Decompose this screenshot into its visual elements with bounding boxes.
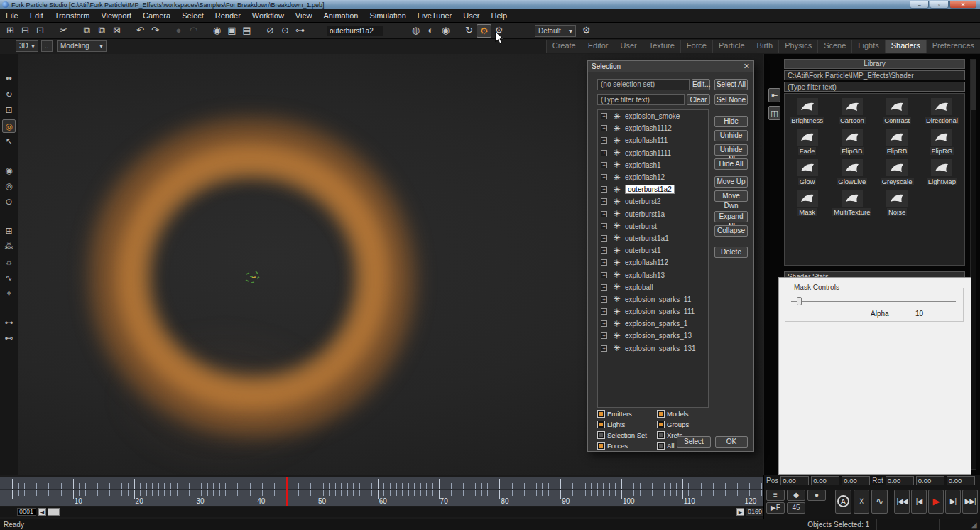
minimize-icon[interactable]: – <box>910 1 929 9</box>
menu-item[interactable]: Select <box>176 10 209 21</box>
selection-dialog-titlebar[interactable]: Selection ✕ <box>588 61 753 72</box>
select-transform-icon[interactable]: ⊡ <box>2 104 16 117</box>
checkbox-icon[interactable] <box>657 442 665 450</box>
emitter-settings-icon[interactable]: ☼ <box>2 256 16 269</box>
list-item[interactable]: + ✳ outerburst1a2 <box>598 183 708 195</box>
ok-button[interactable]: OK <box>715 436 748 448</box>
sel-none-button[interactable]: Sel None <box>714 94 748 105</box>
menu-item[interactable]: Workflow <box>246 10 290 21</box>
tab[interactable]: User <box>614 40 642 53</box>
checkbox-icon[interactable] <box>657 410 665 418</box>
list-item[interactable]: + ✳ explosion_sparks_1 <box>598 318 708 330</box>
shader-item[interactable]: Noise <box>875 190 920 216</box>
list-item[interactable]: + ✳ outerburst1a1 <box>598 232 708 244</box>
shader-item[interactable]: Fade <box>785 129 829 155</box>
filter-checkbox-row[interactable]: Emitters <box>597 410 657 418</box>
light-icon[interactable]: ✧ <box>2 287 16 301</box>
shader-item[interactable]: Brightness <box>785 98 829 124</box>
preset-dropdown[interactable]: Default ▾ <box>535 25 576 37</box>
rot-field[interactable]: 0.00 <box>916 476 944 485</box>
close-icon[interactable]: ✕ <box>949 1 976 9</box>
emit-off-icon[interactable]: ⊘ <box>263 24 278 38</box>
audio-icon[interactable]: ⊶ <box>2 316 16 330</box>
tab[interactable]: Birth <box>751 40 779 53</box>
list-item[interactable]: + ✳ exploflash1112 <box>598 122 708 134</box>
filter-input[interactable]: (Type filter text) <box>597 94 685 105</box>
tab[interactable]: Shaders <box>885 40 926 53</box>
expand-icon[interactable]: + <box>601 320 607 327</box>
list-item[interactable]: + ✳ outerburst1 <box>598 244 708 256</box>
menu-item[interactable]: Simulation <box>364 10 411 21</box>
checkbox-icon[interactable] <box>597 410 605 418</box>
snapshot-icon[interactable]: ▣ <box>224 24 239 38</box>
new-effect-icon[interactable]: ⊞ <box>3 24 18 38</box>
list-item[interactable]: + ✳ exploball <box>598 281 708 293</box>
tab[interactable]: Physics <box>778 40 817 53</box>
audio-wave-icon[interactable]: ⊷ <box>2 332 16 345</box>
menu-item[interactable]: View <box>290 10 318 21</box>
move-tool-icon[interactable]: ↖ <box>2 135 16 148</box>
tab[interactable]: Create <box>546 40 582 53</box>
prev-frame-button[interactable]: |◀ <box>911 490 927 514</box>
shader-item[interactable]: Mask <box>785 190 829 216</box>
add-key-icon[interactable]: ◆ <box>787 490 805 501</box>
copy-icon[interactable]: ⧉ <box>80 24 94 38</box>
toggle-pair-icon[interactable]: ◐ <box>423 24 438 38</box>
checkbox-icon[interactable] <box>657 421 665 428</box>
tab[interactable]: Lights <box>851 40 884 53</box>
list-item[interactable]: + ✳ exploflash1 <box>598 159 708 171</box>
play-button[interactable]: ▶ <box>928 490 944 514</box>
menu-item[interactable]: Animation <box>318 10 364 21</box>
list-item[interactable]: + ✳ explosion_smoke <box>598 110 708 122</box>
ruler-bottom[interactable]: 102030405060708090100110120 <box>0 490 763 506</box>
selection-set-dropdown[interactable]: (no selection set) <box>597 79 690 90</box>
list-item[interactable]: + ✳ exploflash13 <box>598 269 708 281</box>
library-filter-input[interactable]: (Type filter text) <box>784 82 965 92</box>
ruler-top[interactable] <box>0 477 763 490</box>
view-mode-dropdown[interactable]: 3D▾ <box>16 40 38 52</box>
list-action-button[interactable]: Unhide All <box>714 144 748 156</box>
checkbox-icon[interactable] <box>597 421 605 428</box>
menu-item[interactable]: Help <box>486 10 513 21</box>
show-selection-icon[interactable]: ◉ <box>2 164 16 178</box>
expand-icon[interactable]: + <box>601 125 607 131</box>
shader-item[interactable]: Directional <box>920 98 964 124</box>
list-item[interactable]: + ✳ exploflash112 <box>598 256 708 269</box>
select-all-button[interactable]: Select All <box>714 79 748 90</box>
stage-icon[interactable]: ☓ <box>854 490 870 514</box>
tab[interactable]: Particle <box>712 40 751 53</box>
eye-swoosh-icon[interactable]: ◉ <box>438 24 453 38</box>
filter-checkbox-row[interactable]: Selection Set <box>597 431 657 439</box>
show-particles-icon[interactable]: ⊙ <box>2 195 16 209</box>
select-button[interactable]: Select <box>677 436 711 448</box>
expand-icon[interactable]: + <box>601 247 607 254</box>
scroll-left-icon[interactable]: ◀ <box>38 508 46 516</box>
timeline[interactable]: 102030405060708090100110120 0001 ◀ ▶ 016… <box>0 475 763 519</box>
expand-icon[interactable]: + <box>601 296 607 303</box>
delete-icon[interactable]: ⊠ <box>109 24 124 38</box>
frame-forward-icon[interactable]: ▶F <box>766 502 785 514</box>
list-action-button[interactable]: Move Up <box>714 176 748 188</box>
particle-group-icon[interactable]: ⁂ <box>2 240 16 254</box>
emitter-tool-icon[interactable]: ◎ <box>2 119 16 133</box>
shader-item[interactable]: Contrast <box>875 98 920 124</box>
list-action-button[interactable]: Hide <box>714 116 748 127</box>
shader-item[interactable]: GlowLive <box>829 159 874 185</box>
shader-item[interactable]: MultiTexture <box>829 190 874 216</box>
emitter-gizmo-icon[interactable] <box>243 267 263 287</box>
auto-key-icon[interactable]: A <box>835 490 851 514</box>
expand-icon[interactable]: + <box>601 332 607 339</box>
clear-button[interactable]: Clear <box>687 94 710 105</box>
go-start-button[interactable]: |◀◀ <box>894 490 910 514</box>
menu-item[interactable]: Edit <box>24 10 49 21</box>
unlink-icon[interactable]: ◠ <box>186 24 201 38</box>
grid-icon[interactable]: ⊞ <box>2 225 16 238</box>
expand-icon[interactable]: + <box>601 284 607 291</box>
list-item[interactable]: + ✳ exploflash1111 <box>598 147 708 159</box>
orbit-icon[interactable]: ↻ <box>2 88 16 102</box>
emit-assign-icon[interactable]: ⊶ <box>293 24 307 38</box>
scroll-thumb[interactable] <box>48 508 60 516</box>
expand-icon[interactable]: + <box>601 174 607 180</box>
list-action-button[interactable]: Unhide <box>714 130 748 141</box>
list-item[interactable]: + ✳ explosion_sparks_11 <box>598 293 708 305</box>
